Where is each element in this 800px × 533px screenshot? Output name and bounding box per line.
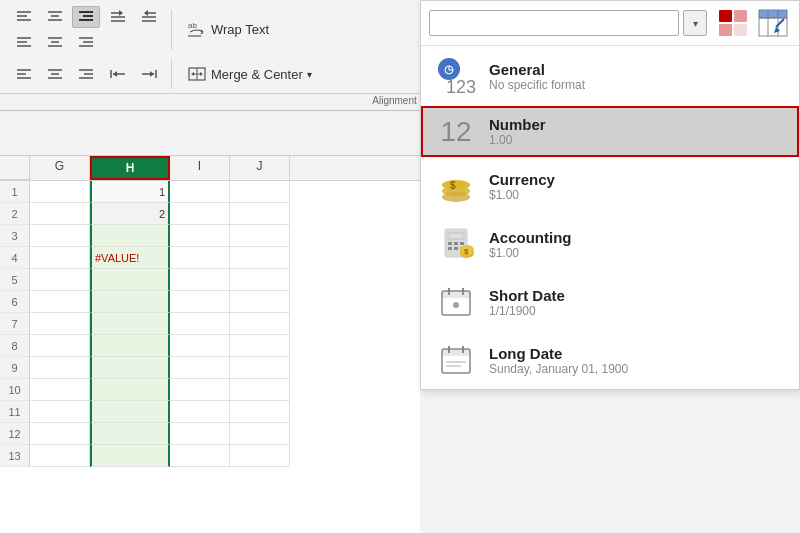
- format-item-short-date[interactable]: Short Date 1/1/1900: [421, 273, 799, 331]
- row-num-4[interactable]: 4: [0, 247, 29, 269]
- align-top-right-btn[interactable]: [72, 6, 100, 28]
- format-item-number[interactable]: 12 Number 1.00: [421, 106, 799, 157]
- row-num-9[interactable]: 9: [0, 357, 29, 379]
- cell-G5[interactable]: [30, 269, 90, 291]
- cell-H10[interactable]: [90, 379, 170, 401]
- text-align-left-btn[interactable]: [10, 63, 38, 85]
- cell-I12[interactable]: [170, 423, 230, 445]
- cell-G7[interactable]: [30, 313, 90, 335]
- increase-indent-btn[interactable]: [135, 6, 163, 28]
- cell-J4[interactable]: [230, 247, 290, 269]
- format-dropdown-arrow[interactable]: ▾: [683, 10, 707, 36]
- cell-I2[interactable]: [170, 203, 230, 225]
- format-general-icon: ◷ 123: [435, 56, 477, 96]
- cell-G4[interactable]: [30, 247, 90, 269]
- svg-marker-38: [113, 71, 117, 77]
- align-bottom-left-btn[interactable]: [10, 31, 38, 53]
- cell-J3[interactable]: [230, 225, 290, 247]
- text-align-center-btn[interactable]: [41, 63, 69, 85]
- cell-H7[interactable]: [90, 313, 170, 335]
- col-header-G[interactable]: G: [30, 156, 90, 180]
- col-header-I[interactable]: I: [170, 156, 230, 180]
- cell-J11[interactable]: [230, 401, 290, 423]
- row-num-3[interactable]: 3: [0, 225, 29, 247]
- align-bottom-center-btn[interactable]: [41, 31, 69, 53]
- col-header-H[interactable]: H: [90, 156, 170, 180]
- cell-H11[interactable]: [90, 401, 170, 423]
- wrap-text-button[interactable]: ab Wrap Text: [180, 17, 276, 43]
- merge-center-button[interactable]: Merge & Center ▾: [180, 61, 319, 87]
- format-table-btn[interactable]: [755, 5, 791, 41]
- cell-H4[interactable]: #VALUE!: [90, 247, 170, 269]
- cell-G2[interactable]: [30, 203, 90, 225]
- corner-cell: [0, 156, 30, 180]
- cell-I11[interactable]: [170, 401, 230, 423]
- cell-I3[interactable]: [170, 225, 230, 247]
- cell-G8[interactable]: [30, 335, 90, 357]
- format-select[interactable]: [429, 10, 679, 36]
- decrease-indent-btn[interactable]: [104, 6, 132, 28]
- cell-G6[interactable]: [30, 291, 90, 313]
- text-dir-left-btn[interactable]: [104, 63, 132, 85]
- cell-J7[interactable]: [230, 313, 290, 335]
- text-align-right-btn[interactable]: [72, 63, 100, 85]
- row-num-11[interactable]: 11: [0, 401, 29, 423]
- cell-J6[interactable]: [230, 291, 290, 313]
- cell-I10[interactable]: [170, 379, 230, 401]
- cell-J2[interactable]: [230, 203, 290, 225]
- cell-J8[interactable]: [230, 335, 290, 357]
- conditional-format-btn[interactable]: [715, 5, 751, 41]
- format-item-long-date[interactable]: Long Date Sunday, January 01, 1900: [421, 331, 799, 389]
- row-num-5[interactable]: 5: [0, 269, 29, 291]
- format-item-general[interactable]: ◷ 123 General No specific format: [421, 46, 799, 106]
- format-item-currency[interactable]: $ Currency $1.00: [421, 157, 799, 215]
- cell-G1[interactable]: [30, 181, 90, 203]
- align-top-left-btn[interactable]: [10, 6, 38, 28]
- cell-I5[interactable]: [170, 269, 230, 291]
- align-bottom-right-btn[interactable]: [72, 31, 100, 53]
- merge-center-label: Merge & Center: [211, 67, 303, 82]
- cell-G9[interactable]: [30, 357, 90, 379]
- row-num-8[interactable]: 8: [0, 335, 29, 357]
- cell-I7[interactable]: [170, 313, 230, 335]
- row-num-6[interactable]: 6: [0, 291, 29, 313]
- format-item-accounting[interactable]: $ Accounting $1.00: [421, 215, 799, 273]
- cell-J13[interactable]: [230, 445, 290, 467]
- row-num-7[interactable]: 7: [0, 313, 29, 335]
- cell-G13[interactable]: [30, 445, 90, 467]
- cell-H12[interactable]: [90, 423, 170, 445]
- cell-I13[interactable]: [170, 445, 230, 467]
- cell-H2[interactable]: 2: [90, 203, 170, 225]
- align-top-center-btn[interactable]: [41, 6, 69, 28]
- grid-col-H: 1 2 #VALUE!: [90, 181, 170, 467]
- cell-J10[interactable]: [230, 379, 290, 401]
- format-short-date-icon: [435, 283, 477, 321]
- cell-G10[interactable]: [30, 379, 90, 401]
- row-num-12[interactable]: 12: [0, 423, 29, 445]
- cell-H3[interactable]: [90, 225, 170, 247]
- cell-G3[interactable]: [30, 225, 90, 247]
- cell-I9[interactable]: [170, 357, 230, 379]
- cell-G12[interactable]: [30, 423, 90, 445]
- cell-I8[interactable]: [170, 335, 230, 357]
- cell-G11[interactable]: [30, 401, 90, 423]
- row-num-13[interactable]: 13: [0, 445, 29, 467]
- cell-H5[interactable]: [90, 269, 170, 291]
- cell-H1[interactable]: 1: [90, 181, 170, 203]
- row-num-2[interactable]: 2: [0, 203, 29, 225]
- cell-J12[interactable]: [230, 423, 290, 445]
- cell-J9[interactable]: [230, 357, 290, 379]
- cell-I4[interactable]: [170, 247, 230, 269]
- cell-I1[interactable]: [170, 181, 230, 203]
- cell-H13[interactable]: [90, 445, 170, 467]
- cell-J5[interactable]: [230, 269, 290, 291]
- cell-I6[interactable]: [170, 291, 230, 313]
- cell-H9[interactable]: [90, 357, 170, 379]
- cell-H8[interactable]: [90, 335, 170, 357]
- col-header-J[interactable]: J: [230, 156, 290, 180]
- cell-J1[interactable]: [230, 181, 290, 203]
- cell-H6[interactable]: [90, 291, 170, 313]
- text-dir-right-btn[interactable]: [135, 63, 163, 85]
- row-num-10[interactable]: 10: [0, 379, 29, 401]
- row-num-1[interactable]: 1: [0, 181, 29, 203]
